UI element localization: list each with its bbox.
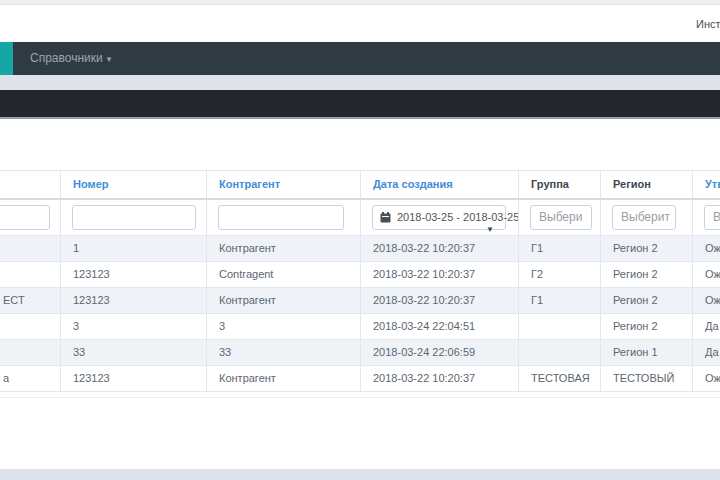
records-table: Номер Контрагент Дата создания Группа Ре…: [0, 170, 720, 392]
col-header-name: [0, 171, 61, 199]
col-header-contragent[interactable]: Контрагент: [207, 171, 361, 199]
region-link[interactable]: ТЕСТОВЫЙ: [601, 365, 693, 391]
group-link[interactable]: Г1: [519, 235, 601, 261]
caret-down-icon[interactable]: ▼: [486, 226, 494, 234]
cell-created: 2018-03-24 22:06:59: [361, 339, 519, 365]
cell-contragent: Контрагент: [207, 365, 361, 391]
cell-approved: Ожид: [693, 261, 720, 287]
group-link[interactable]: Г2: [519, 261, 601, 287]
approved-filter-placeholder: В: [713, 210, 720, 224]
cell-name: а: [0, 365, 61, 391]
cell-created: 2018-03-24 22:04:51: [361, 313, 519, 339]
group-link: [519, 339, 601, 365]
region-link[interactable]: Регион 2: [601, 235, 693, 261]
cell-contragent: 3: [207, 313, 361, 339]
main-navbar: Справочники▾: [0, 42, 720, 75]
panel-divider: [0, 397, 720, 398]
cell-number: 1: [61, 235, 207, 261]
cell-approved: Ожид: [693, 365, 720, 391]
cell-number: 3: [61, 313, 207, 339]
table-row: 3 3 2018-03-24 22:04:51 Регион 2 Да: [0, 313, 720, 339]
group-link[interactable]: Г1: [519, 287, 601, 313]
cell-contragent: 33: [207, 339, 361, 365]
col-header-number[interactable]: Номер: [61, 171, 207, 199]
col-header-group: Группа: [519, 171, 601, 199]
menu-label: Справочники: [30, 51, 103, 65]
date-range-value: 2018-03-25 - 2018-03-25: [397, 211, 519, 223]
cell-contragent: Контрагент: [207, 235, 361, 261]
group-filter-select[interactable]: Выбери: [530, 205, 592, 230]
toolbar-bar: [0, 90, 720, 119]
group-link: [519, 313, 601, 339]
cell-created: 2018-03-22 10:20:37: [361, 365, 519, 391]
cell-name: [0, 313, 61, 339]
topbar: Инстр: [0, 5, 720, 42]
cell-name: [0, 339, 61, 365]
col-header-approved[interactable]: Утвер: [693, 171, 720, 199]
region-filter-select[interactable]: Выберит: [612, 205, 676, 230]
table-row: ЕСТ 123123 Контрагент 2018-03-22 10:20:3…: [0, 287, 720, 313]
approved-filter-select[interactable]: В: [704, 205, 720, 230]
menu-spravochniki[interactable]: Справочники▾: [30, 42, 111, 75]
region-filter-placeholder: Выберит: [621, 210, 670, 224]
table-row: 33 33 2018-03-24 22:06:59 Регион 1 Да: [0, 339, 720, 365]
region-link[interactable]: Регион 2: [601, 261, 693, 287]
cell-name: [0, 261, 61, 287]
contragent-filter-input[interactable]: [218, 205, 344, 230]
cell-contragent: Contragent: [207, 261, 361, 287]
cell-contragent: Контрагент: [207, 287, 361, 313]
group-filter-placeholder: Выбери: [539, 210, 582, 224]
name-filter-input[interactable]: [0, 205, 50, 230]
cell-number: 123123: [61, 261, 207, 287]
col-header-created[interactable]: Дата создания: [361, 171, 519, 199]
cell-created: 2018-03-22 10:20:37: [361, 287, 519, 313]
cell-name: [0, 235, 61, 261]
cell-number: 123123: [61, 287, 207, 313]
region-link[interactable]: Регион 2: [601, 313, 693, 339]
region-link[interactable]: Регион 2: [601, 287, 693, 313]
cell-approved: Ожид: [693, 235, 720, 261]
cell-approved: Да: [693, 339, 720, 365]
table-row: а 123123 Контрагент 2018-03-22 10:20:37 …: [0, 365, 720, 391]
sub-navbar-strip: [0, 75, 720, 90]
chevron-down-icon: ▾: [107, 54, 112, 64]
footer-bar: [0, 469, 720, 480]
table-row: 1 Контрагент 2018-03-22 10:20:37 Г1 Реги…: [0, 235, 720, 261]
col-header-region: Регион: [601, 171, 693, 199]
cell-name: ЕСТ: [0, 287, 61, 313]
cell-created: 2018-03-22 10:20:37: [361, 261, 519, 287]
cell-created: 2018-03-22 10:20:37: [361, 235, 519, 261]
cell-approved: Ожид: [693, 287, 720, 313]
table-row: 123123 Contragent 2018-03-22 10:20:37 Г2…: [0, 261, 720, 287]
region-link[interactable]: Регион 1: [601, 339, 693, 365]
instructions-link[interactable]: Инстр: [696, 18, 720, 30]
brand-accent: [0, 42, 13, 75]
cell-approved: Да: [693, 313, 720, 339]
number-filter-input[interactable]: [72, 205, 196, 230]
cell-number: 33: [61, 339, 207, 365]
cell-number: 123123: [61, 365, 207, 391]
group-link[interactable]: ТЕСТОВАЯ: [519, 365, 601, 391]
table-filter-row: 2018-03-25 - 2018-03-25 ▼ Выбери Выберит…: [0, 199, 720, 236]
table-header-row: Номер Контрагент Дата создания Группа Ре…: [0, 171, 720, 199]
calendar-icon: [380, 212, 391, 223]
